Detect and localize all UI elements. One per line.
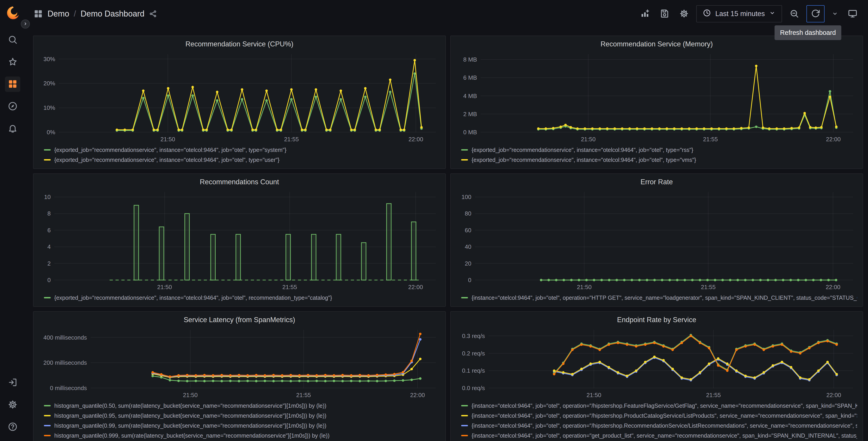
cycle-view-mode-button[interactable]: [845, 5, 860, 22]
chevron-down-icon: [769, 9, 776, 18]
sidebar-item-explore[interactable]: [5, 99, 20, 114]
recommendations-count-chart[interactable]: 024681021:5021:5522:00: [36, 188, 443, 292]
legend-label: {exported_job="recommendationservice", i…: [471, 147, 693, 153]
gear-icon: [679, 9, 689, 19]
legend-item[interactable]: {instance="otelcol:9464", job="otel", op…: [461, 411, 857, 421]
svg-text:0.1 req/s: 0.1 req/s: [462, 367, 485, 374]
bell-icon: [8, 123, 18, 134]
legend-item[interactable]: {instance="otelcol:9464", job="otel", op…: [461, 421, 857, 431]
panel-title[interactable]: Service Latency (from SpanMetrics): [33, 312, 445, 326]
legend: {exported_job="recommendationservice", i…: [33, 292, 445, 306]
error-rate-chart[interactable]: 02040608010021:5021:5522:00: [454, 188, 860, 292]
legend-item[interactable]: {exported_job="recommendationservice", i…: [44, 293, 440, 303]
time-range-picker[interactable]: Last 15 minutes: [696, 5, 782, 22]
svg-text:21:50: 21:50: [157, 284, 172, 290]
legend-swatch: [44, 435, 51, 436]
cpu-chart[interactable]: 0%10%20%30%21:5021:5522:00: [36, 50, 443, 144]
legend-swatch: [44, 415, 51, 416]
save-icon: [660, 9, 669, 19]
panel-recommendations-count: Recommendations Count 024681021:5021:552…: [33, 173, 446, 307]
breadcrumb-separator: /: [74, 9, 76, 19]
sidebar-expand-button[interactable]: [21, 20, 30, 29]
memory-chart[interactable]: 0 MB2 MB4 MB6 MB8 MB21:5021:5522:00: [454, 50, 860, 144]
svg-text:8: 8: [48, 210, 51, 217]
breadcrumb: Demo / Demo Dashboard: [33, 9, 157, 19]
sidebar-item-search[interactable]: [5, 32, 20, 48]
refresh-button[interactable]: [806, 5, 825, 22]
sidebar-item-alerting[interactable]: [5, 121, 20, 136]
panel-title[interactable]: Recommendation Service (CPU%): [33, 36, 445, 50]
legend-item[interactable]: {exported_job="recommendationservice", i…: [44, 155, 440, 165]
legend-item[interactable]: histogram_quantile(0.99, sum(rate(latenc…: [44, 421, 440, 431]
sidebar-bottom-nav: [5, 375, 20, 435]
chevron-down-icon: [832, 10, 838, 18]
panel-title[interactable]: Endpoint Rate by Service: [451, 312, 863, 326]
legend-item[interactable]: {exported_job="recommendationservice", i…: [44, 145, 440, 155]
legend-label: {instance="otelcol:9464", job="otel", op…: [471, 422, 857, 429]
legend-item[interactable]: histogram_quantile(0.50, sum(rate(latenc…: [44, 401, 440, 411]
svg-text:0.2 req/s: 0.2 req/s: [462, 350, 485, 357]
legend-item[interactable]: {instance="otelcol:9464", job="otel", op…: [461, 401, 857, 411]
svg-text:21:55: 21:55: [284, 136, 299, 143]
monitor-icon: [848, 9, 857, 19]
legend-label: histogram_quantile(0.99, sum(rate(latenc…: [54, 422, 326, 429]
svg-text:21:50: 21:50: [160, 136, 175, 143]
grafana-logo-icon[interactable]: [5, 5, 20, 20]
endpoint-rate-chart[interactable]: 0.0 req/s0.1 req/s0.2 req/s0.3 req/s21:5…: [454, 326, 860, 400]
legend-item[interactable]: histogram_quantile(0.999, sum(rate(laten…: [44, 431, 440, 441]
dashboard-settings-button[interactable]: [677, 5, 691, 22]
panel-title[interactable]: Error Rate: [451, 174, 863, 188]
panel-endpoint-rate: Endpoint Rate by Service 0.0 req/s0.1 re…: [450, 311, 863, 441]
breadcrumb-page[interactable]: Demo Dashboard: [81, 9, 144, 19]
time-range-label: Last 15 minutes: [715, 10, 765, 18]
svg-text:400 milliseconds: 400 milliseconds: [43, 334, 87, 341]
legend-item[interactable]: histogram_quantile(0.95, sum(rate(latenc…: [44, 411, 440, 421]
legend: {instance="otelcol:9464", job="otel", op…: [451, 400, 863, 441]
save-dashboard-button[interactable]: [657, 5, 672, 22]
svg-text:22:00: 22:00: [410, 392, 425, 399]
sidebar-item-starred[interactable]: [5, 54, 20, 70]
gear-icon: [8, 400, 18, 410]
svg-text:0: 0: [48, 277, 51, 284]
legend-swatch: [44, 405, 51, 406]
share-icon[interactable]: [149, 10, 157, 18]
legend-swatch: [44, 159, 51, 160]
svg-text:100: 100: [462, 194, 471, 200]
legend-item[interactable]: {instance="otelcol:9464", job="otel", op…: [461, 293, 857, 303]
svg-text:22:00: 22:00: [408, 136, 423, 143]
legend-label: {exported_job="recommendationservice", i…: [471, 157, 696, 163]
legend-label: {exported_job="recommendationservice", i…: [54, 157, 279, 163]
panel-title[interactable]: Recommendations Count: [33, 174, 445, 188]
sidebar-main-nav: [5, 32, 20, 136]
sidebar-item-configuration[interactable]: [5, 397, 20, 412]
svg-text:22:00: 22:00: [826, 392, 841, 399]
svg-text:20%: 20%: [43, 80, 55, 87]
zoom-out-button[interactable]: [787, 5, 802, 22]
svg-text:21:50: 21:50: [581, 136, 595, 143]
svg-text:0 milliseconds: 0 milliseconds: [50, 385, 87, 391]
service-latency-chart[interactable]: 0 milliseconds200 milliseconds400 millis…: [36, 326, 443, 400]
legend-label: {instance="otelcol:9464", job="otel", op…: [471, 412, 857, 419]
svg-text:21:55: 21:55: [706, 392, 721, 399]
sidebar-item-sign-in[interactable]: [5, 375, 20, 390]
legend-label: histogram_quantile(0.95, sum(rate(latenc…: [54, 412, 326, 419]
dashboard-toolbar: Last 15 minutes: [638, 5, 860, 22]
legend-item[interactable]: {instance="otelcol:9464", job="otel", op…: [461, 431, 857, 441]
add-panel-button[interactable]: [638, 5, 652, 22]
legend-swatch: [461, 435, 468, 436]
legend-item[interactable]: {exported_job="recommendationservice", i…: [461, 155, 857, 165]
legend: {exported_job="recommendationservice", i…: [451, 144, 863, 169]
legend-label: {exported_job="recommendationservice", i…: [54, 295, 332, 301]
panel-service-latency: Service Latency (from SpanMetrics) 0 mil…: [33, 311, 446, 441]
apps-grid-icon: [33, 9, 43, 19]
svg-text:2 MB: 2 MB: [463, 111, 477, 117]
sidebar-item-dashboards[interactable]: [5, 77, 20, 92]
breadcrumb-section[interactable]: Demo: [48, 9, 69, 19]
dashboard-topbar: Demo / Demo Dashboard Last 15 minutes: [25, 0, 868, 28]
legend-swatch: [461, 415, 468, 416]
refresh-interval-caret[interactable]: [830, 5, 840, 22]
legend-item[interactable]: {exported_job="recommendationservice", i…: [461, 145, 857, 155]
sidebar-item-help[interactable]: [5, 419, 20, 435]
help-circle-icon: [8, 422, 18, 432]
svg-text:21:55: 21:55: [703, 136, 718, 143]
